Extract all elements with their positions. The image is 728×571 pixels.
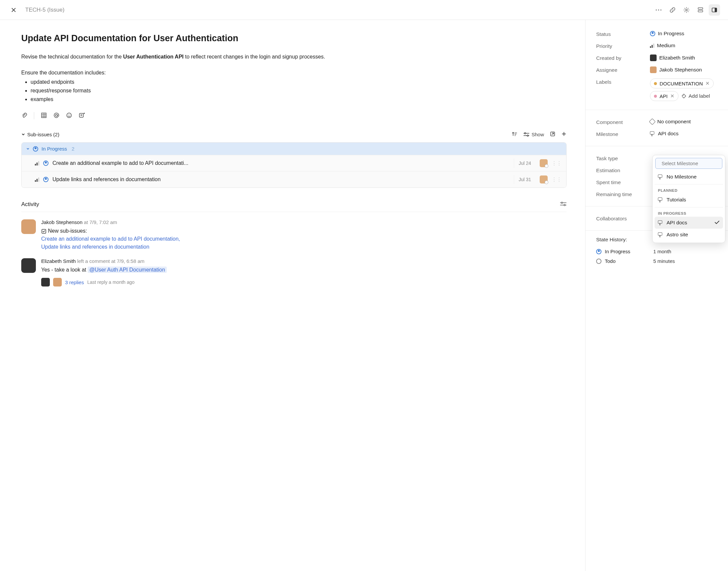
panel-icon[interactable] xyxy=(709,4,720,16)
field-label-status: Status xyxy=(596,30,646,37)
avatar xyxy=(650,54,657,61)
sort-icon[interactable] xyxy=(512,131,518,138)
drag-handle-icon[interactable]: ⋮⋮ xyxy=(552,177,562,183)
drag-handle-icon[interactable]: ⋮⋮ xyxy=(552,160,562,166)
milestone-icon xyxy=(658,175,663,179)
activity-event-label: New sub-issues: xyxy=(48,228,87,234)
subissues-toggle[interactable]: Sub-issues (2) xyxy=(21,132,59,137)
svg-point-11 xyxy=(68,114,69,115)
activity-filter-icon[interactable] xyxy=(560,202,567,207)
label-chip[interactable]: API ✕ xyxy=(650,91,679,101)
assignee-field[interactable]: Jakob Stephenson xyxy=(650,67,717,73)
subissue-row[interactable]: Update links and references in documenta… xyxy=(22,171,566,188)
milestone-option-none[interactable]: No Milestone xyxy=(654,171,723,183)
milestone-dropdown: No Milestone PLANNED Tutorials IN PROGRE… xyxy=(652,155,725,243)
add-subissue-icon[interactable] xyxy=(561,131,567,138)
svg-rect-5 xyxy=(698,10,703,12)
status-icon xyxy=(43,160,48,166)
milestone-option[interactable]: Tutorials xyxy=(654,194,723,206)
attachment-icon[interactable] xyxy=(21,112,27,119)
last-reply-meta: Last reply a month ago xyxy=(87,279,135,285)
status-icon xyxy=(33,146,38,151)
svg-point-20 xyxy=(683,95,684,96)
expand-icon[interactable] xyxy=(550,131,555,138)
field-label-assignee: Assignee xyxy=(596,67,646,73)
field-label-milestone: Milestone xyxy=(596,131,646,137)
svg-point-0 xyxy=(656,9,657,10)
mention-icon[interactable] xyxy=(53,112,59,119)
component-icon xyxy=(649,118,656,125)
header: TECH-5 (Issue) xyxy=(0,0,728,20)
subissue-title: Create an additional example to add to A… xyxy=(52,160,510,166)
milestone-search[interactable] xyxy=(655,158,722,169)
label-dot-icon xyxy=(654,95,657,98)
activity-entry: Elizabeth Smith left a comment at 7/9, 6… xyxy=(21,258,567,287)
subissue-group-header[interactable]: In Progress 2 xyxy=(22,143,566,155)
add-label-button[interactable]: Add label xyxy=(681,93,710,99)
activity-link[interactable]: Create an additional example to add to A… xyxy=(41,236,180,242)
show-button[interactable]: Show xyxy=(524,132,544,137)
avatar[interactable] xyxy=(53,278,62,287)
label-dot-icon xyxy=(654,82,657,85)
priority-icon xyxy=(35,177,39,182)
avatar[interactable] xyxy=(21,258,36,273)
milestone-option[interactable]: Astro site xyxy=(654,229,723,241)
add-block-icon[interactable] xyxy=(79,112,85,119)
main-panel: Update API Documentation for User Authen… xyxy=(0,20,585,571)
field-label-spenttime: Spent time xyxy=(596,179,646,186)
component-field[interactable]: No component xyxy=(650,119,717,125)
field-label-remaining: Remaining time xyxy=(596,191,646,198)
milestone-search-input[interactable] xyxy=(662,160,725,166)
settings-icon[interactable] xyxy=(681,4,692,16)
mention-link[interactable]: @User Auth API Documentation xyxy=(88,266,167,273)
emoji-icon[interactable] xyxy=(66,112,72,119)
milestone-icon xyxy=(650,131,655,136)
avatar[interactable] xyxy=(21,219,36,234)
field-label-estimation: Estimation xyxy=(596,167,646,174)
replies-link[interactable]: 3 replies xyxy=(65,279,84,285)
createdby-field[interactable]: Elizabeth Smith xyxy=(650,54,717,61)
priority-icon xyxy=(650,43,654,48)
svg-rect-4 xyxy=(698,8,703,9)
avatar[interactable] xyxy=(540,159,548,167)
avatar[interactable] xyxy=(540,176,548,184)
subissue-row[interactable]: Create an additional example to add to A… xyxy=(22,155,566,171)
remove-label-icon[interactable]: ✕ xyxy=(705,81,710,86)
close-icon[interactable] xyxy=(8,4,19,16)
status-icon xyxy=(650,31,655,36)
issue-title[interactable]: Update API Documentation for User Authen… xyxy=(21,33,567,43)
subissue-date: Jul 31 xyxy=(514,175,536,184)
table-icon[interactable] xyxy=(41,112,47,119)
milestone-icon xyxy=(658,220,663,225)
milestone-field[interactable]: API docs xyxy=(650,131,717,137)
activity-author[interactable]: Jakob Stephenson xyxy=(41,219,83,225)
priority-field[interactable]: Medium xyxy=(650,42,717,48)
activity-heading: Activity xyxy=(21,201,39,208)
status-icon xyxy=(596,258,601,264)
link-icon[interactable] xyxy=(667,4,678,16)
details-sidebar: Status In Progress Priority Medium Creat… xyxy=(585,20,728,571)
svg-point-10 xyxy=(67,113,71,118)
avatar[interactable] xyxy=(41,278,50,287)
remove-label-icon[interactable]: ✕ xyxy=(670,93,675,99)
svg-point-2 xyxy=(660,9,661,10)
checkmark-icon xyxy=(714,220,720,226)
svg-point-1 xyxy=(658,9,659,10)
activity-link[interactable]: Update links and references in documenta… xyxy=(41,244,149,250)
state-history-row: Todo 5 minutes xyxy=(596,256,717,266)
more-icon[interactable] xyxy=(653,4,664,16)
avatar xyxy=(650,67,657,73)
layout-icon[interactable] xyxy=(695,4,706,16)
label-chip[interactable]: DOCUMENTATION ✕ xyxy=(650,79,714,88)
issue-id: TECH-5 (Issue) xyxy=(25,7,64,13)
subissue-title: Update links and references in documenta… xyxy=(52,177,510,183)
svg-point-3 xyxy=(686,9,688,11)
field-label-component: Component xyxy=(596,119,646,125)
status-field[interactable]: In Progress xyxy=(650,30,717,36)
milestone-icon xyxy=(658,198,663,202)
milestone-option[interactable]: API docs xyxy=(654,217,723,229)
issue-description[interactable]: Revise the technical documentation for t… xyxy=(21,53,567,103)
activity-author[interactable]: Elizabeth Smith xyxy=(41,258,76,264)
svg-rect-8 xyxy=(41,113,46,118)
svg-point-12 xyxy=(70,114,70,115)
